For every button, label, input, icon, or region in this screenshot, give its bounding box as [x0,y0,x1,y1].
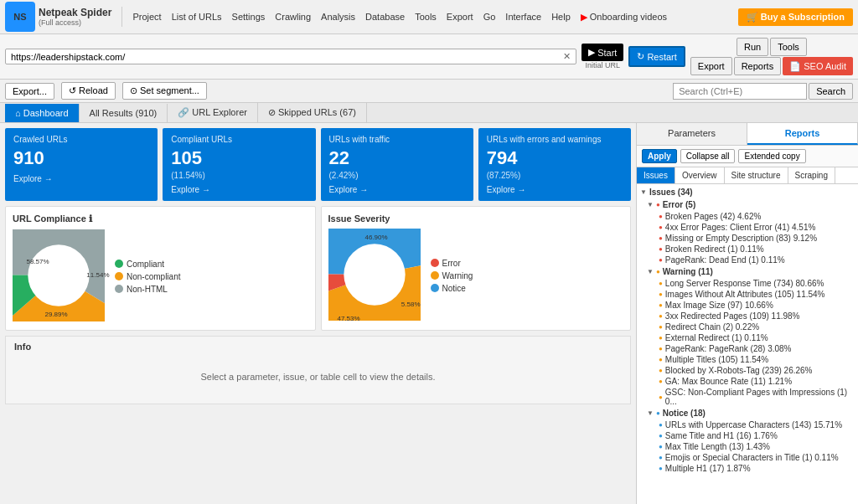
rp-tab-parameters[interactable]: Parameters [637,123,747,145]
export-button[interactable]: Export [690,57,732,75]
dot-orange-10: ● [659,378,663,385]
menu-tools[interactable]: Tools [415,12,437,22]
warning-item-8[interactable]: ● Multiple Titles (105) 11.54% [652,354,858,365]
issue-tabs: Issues Overview Site structure Scraping [637,167,858,184]
notice-item-3[interactable]: ● Max Title Length (13) 1.43% [652,441,858,452]
stat-crawled-explore[interactable]: Explore → [13,174,149,183]
warning-item-4[interactable]: ● 3xx Redirected Pages (109) 11.98% [652,311,858,321]
warning-item-5[interactable]: ● Redirect Chain (2) 0.22% [652,321,858,332]
tree-item-missing-desc[interactable]: ● Missing or Empty Description (83) 9.12… [652,233,858,244]
menu-project[interactable]: Project [132,12,161,22]
warning-item-3[interactable]: ● Max Image Size (97) 10.66% [652,300,858,311]
issue-tab-scraping[interactable]: Scraping [788,167,835,183]
url-input[interactable] [11,52,563,62]
menu-help[interactable]: Help [551,12,571,22]
dot-red-2: ● [659,224,663,231]
menu-onboarding[interactable]: ▶ Onboarding videos [581,12,667,23]
collapse-all-button[interactable]: Collapse all [680,149,736,163]
menu-go[interactable]: Go [483,12,496,22]
menu-crawling[interactable]: Crawling [275,12,311,22]
menu-settings[interactable]: Settings [232,12,266,22]
label-compliant-pct: 11.54% [86,271,109,279]
warning-item-10[interactable]: ● GA: Max Bounce Rate (11) 1.21% [652,376,858,387]
search-button[interactable]: Search [809,83,853,100]
seo-audit-button[interactable]: 📄 SEO Audit [783,57,853,75]
issue-tree: ▼ Issues (34) ▼ ● Error (5) ● Broken Pag… [637,184,858,504]
dot-orange-7: ● [659,345,663,352]
warning-item-2[interactable]: ● Images Without Alt Attributes (105) 11… [652,289,858,300]
issue-tab-overview[interactable]: Overview [675,167,725,183]
restart-button[interactable]: ↻ Restart [628,46,685,67]
tab-all-results[interactable]: All Results (910) [80,104,168,122]
tools-button[interactable]: Tools [770,38,807,56]
notice-item-1[interactable]: ● URLs with Uppercase Characters (143) 1… [652,419,858,430]
extended-copy-button[interactable]: Extended copy [738,149,805,163]
tree-group-error[interactable]: ▼ ● Error (5) [644,198,858,211]
issue-tab-site-structure[interactable]: Site structure [725,167,788,183]
warning-icon: ● [656,268,660,275]
warning-item-9[interactable]: ● Blocked by X-Robots-Tag (239) 26.26% [652,365,858,376]
dot-orange-5: ● [659,323,663,331]
label-notice: 46.90% [365,234,388,241]
label-error: 5.58% [401,301,421,308]
menu-export[interactable]: Export [447,12,473,22]
dot-red-4: ● [659,245,663,253]
menu-interface[interactable]: Interface [505,12,541,22]
tab-url-explorer[interactable]: 🔗 URL Explorer [168,103,258,122]
stat-crawled-urls: Crawled URLs 910 Explore → [5,128,158,201]
notice-item-5[interactable]: ● Multiple H1 (17) 1.87% [652,463,858,474]
issues-group-label: Issues (34) [649,188,693,197]
reload-btn[interactable]: ↺ Reload [61,82,116,100]
tree-item-broken-redirect[interactable]: ● Broken Redirect (1) 0.11% [652,244,858,255]
buy-subscription-button[interactable]: 🛒 Buy a Subscription [738,8,853,26]
clear-url-icon[interactable]: ✕ [563,51,571,62]
export-btn[interactable]: Export... [5,83,54,100]
tab-skipped-urls[interactable]: ⊘ Skipped URLs (67) [258,103,367,122]
run-button[interactable]: Run [737,38,768,56]
notice-item-2[interactable]: ● Same Title and H1 (16) 1.76% [652,430,858,441]
issue-tab-issues[interactable]: Issues [637,167,675,183]
warning-item-1[interactable]: ● Long Server Response Time (734) 80.66% [652,278,858,289]
arrow-warning: ▼ [647,268,654,275]
notice-item-4[interactable]: ● Emojis or Special Characters in Title … [652,452,858,463]
error-item-5: PageRank: Dead End (1) 0.11% [665,255,785,265]
start-button[interactable]: ▶ Start [581,44,623,61]
tree-group-warning[interactable]: ▼ ● Warning (11) [644,265,858,278]
tree-item-pagerank-dead[interactable]: ● PageRank: Dead End (1) 0.11% [652,255,858,265]
charts-row: URL Compliance ℹ 58.57% 29.89% [5,206,631,331]
reports-button[interactable]: Reports [734,57,782,75]
stat-crawled-value: 910 [13,147,149,169]
warning-item-7[interactable]: ● PageRank: PageRank (28) 3.08% [652,343,858,354]
stat-compliant-value: 105 [171,147,307,169]
menu-list-urls[interactable]: List of URLs [172,12,222,22]
stat-crawled-label: Crawled URLs [13,135,149,144]
menu-analysis[interactable]: Analysis [321,12,355,22]
tab-dashboard[interactable]: ⌂ Dashboard [5,104,80,122]
rp-tab-reports[interactable]: Reports [747,123,858,145]
notice-label-4: Emojis or Special Characters in Title (1… [665,453,839,462]
right-panel: Parameters Reports Apply Collapse all Ex… [636,123,858,504]
stat-errors-explore[interactable]: Explore → [487,185,623,194]
dot-red-3: ● [659,234,663,242]
warning-item-11[interactable]: ● GSC: Non-Compliant Pages with Impressi… [652,387,858,407]
dot-blue-4: ● [659,454,663,461]
legend-compliant: Compliant [115,260,180,269]
compliance-legend: Compliant Non-compliant Non-HTML [115,260,180,294]
toolbar2: Export... ↺ Reload ⊙ Set segment... Sear… [0,80,858,103]
compliant-dot [115,260,123,268]
warning-label-5: Redirect Chain (2) 0.22% [665,322,759,332]
segment-btn[interactable]: ⊙ Set segment... [122,82,207,100]
apply-button[interactable]: Apply [642,149,677,163]
tree-group-issues[interactable]: ▼ Issues (34) [637,186,858,198]
tree-group-notice[interactable]: ▼ ● Notice (18) [644,407,858,419]
menu-database[interactable]: Database [365,12,405,22]
tree-item-broken-pages[interactable]: ● Broken Pages (42) 4.62% [652,211,858,222]
stat-traffic-explore[interactable]: Explore → [329,185,465,194]
tree-item-4xx[interactable]: ● 4xx Error Pages: Client Error (41) 4.5… [652,222,858,233]
app-name: Netpeak Spider [39,7,111,18]
youtube-icon: ▶ [581,12,587,23]
search-input[interactable] [673,83,807,100]
stat-compliant-explore[interactable]: Explore → [171,185,307,194]
warning-item-6[interactable]: ● External Redirect (1) 0.11% [652,332,858,343]
arrow-issues: ▼ [640,188,647,196]
